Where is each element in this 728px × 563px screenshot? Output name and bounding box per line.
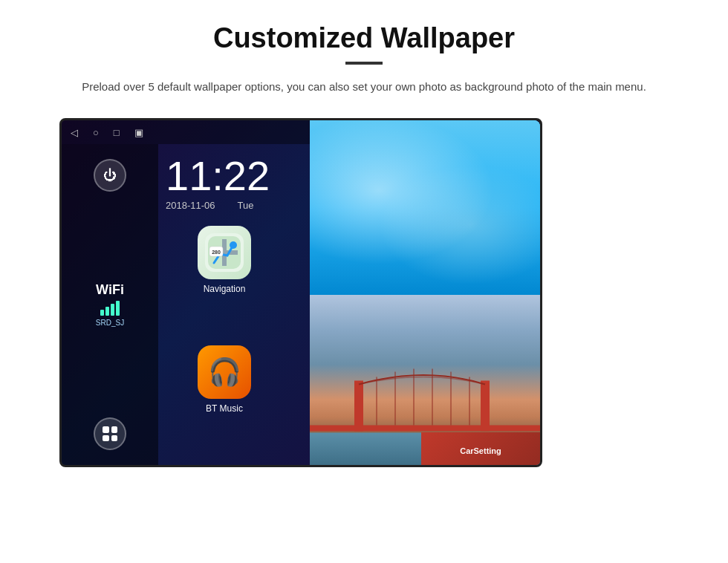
wifi-bar-4 bbox=[116, 301, 120, 316]
carsetting-strip: CarSetting bbox=[421, 432, 540, 467]
wifi-bar-2 bbox=[105, 307, 109, 316]
wallpaper-thumb-bridge[interactable]: CarSetting bbox=[310, 295, 540, 467]
wifi-label: WiFi bbox=[96, 282, 124, 298]
device-wrapper: ◁ ○ □ ▣ ⬧ ▾ 11:22 ⏻ bbox=[45, 118, 728, 467]
wifi-bar-1 bbox=[100, 310, 104, 316]
wifi-bar-3 bbox=[111, 304, 114, 316]
app-label-navigation: Navigation bbox=[204, 284, 246, 294]
app-item-bt-music[interactable]: 🎧 BT Music bbox=[166, 345, 283, 458]
clock-date: 2018-11-06 Tue bbox=[166, 200, 270, 211]
page-wrapper: Customized Wallpaper Preload over 5 defa… bbox=[0, 0, 728, 482]
android-screen: ◁ ○ □ ▣ ⬧ ▾ 11:22 ⏻ bbox=[59, 118, 542, 467]
carsetting-label: CarSetting bbox=[460, 446, 501, 455]
svg-rect-12 bbox=[354, 380, 363, 431]
home-btn[interactable]: ○ bbox=[93, 127, 99, 138]
app-item-navigation[interactable]: 280 Navigation bbox=[166, 226, 283, 338]
screen-content: ⏻ WiFi SRD_SJ bbox=[62, 144, 540, 465]
screenshot-btn[interactable]: ▣ bbox=[134, 127, 143, 138]
title-divider bbox=[345, 62, 383, 65]
page-description: Preload over 5 default wallpaper options… bbox=[82, 78, 646, 96]
back-btn[interactable]: ◁ bbox=[71, 127, 78, 138]
svg-rect-13 bbox=[481, 380, 490, 431]
apps-drawer-button[interactable] bbox=[94, 417, 126, 450]
power-icon: ⏻ bbox=[103, 168, 117, 183]
nav-icon-detail: 280 bbox=[198, 226, 251, 279]
wallpaper-thumbnails: CarSetting bbox=[310, 120, 540, 467]
wifi-bars bbox=[96, 301, 124, 316]
map-svg: 280 bbox=[205, 233, 244, 272]
app-icon-navigation: 280 bbox=[198, 226, 251, 279]
svg-point-4 bbox=[230, 241, 237, 249]
left-sidebar: ⏻ WiFi SRD_SJ bbox=[62, 144, 158, 465]
clock-date-value: 2018-11-06 bbox=[166, 200, 215, 211]
grid-icon bbox=[103, 426, 117, 441]
ice-overlay bbox=[310, 120, 540, 295]
svg-rect-11 bbox=[310, 425, 540, 431]
bluetooth-icon: 🎧 bbox=[208, 357, 241, 388]
wifi-ssid: SRD_SJ bbox=[96, 319, 124, 327]
clock-block: 11:22 2018-11-06 Tue bbox=[166, 155, 270, 211]
power-button[interactable]: ⏻ bbox=[94, 159, 126, 192]
app-icon-bt-music: 🎧 bbox=[198, 345, 251, 399]
clock-time: 11:22 bbox=[166, 155, 270, 197]
page-title: Customized Wallpaper bbox=[45, 22, 683, 54]
ice-background bbox=[310, 120, 540, 295]
app-label-bt-music: BT Music bbox=[206, 403, 243, 414]
recents-btn[interactable]: □ bbox=[114, 127, 120, 138]
wifi-widget: WiFi SRD_SJ bbox=[96, 282, 124, 327]
clock-day-value: Tue bbox=[238, 200, 254, 211]
wallpaper-thumb-ice[interactable] bbox=[310, 120, 540, 295]
nav-buttons: ◁ ○ □ ▣ bbox=[71, 127, 143, 138]
svg-text:280: 280 bbox=[212, 250, 221, 255]
